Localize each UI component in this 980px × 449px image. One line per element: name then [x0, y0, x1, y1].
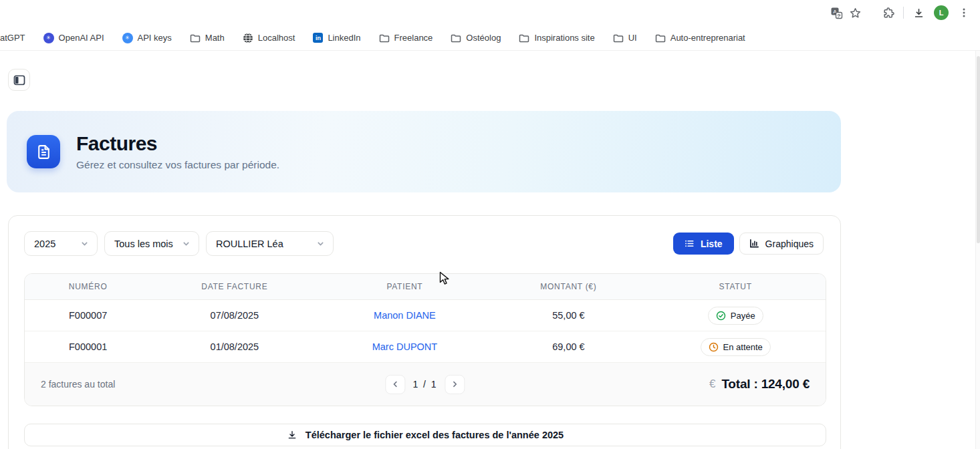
invoices-card: 2025 Tous les mois ROULLIER Léa Liste	[8, 215, 841, 449]
bookmark-folder-osteolog[interactable]: Ostéolog	[451, 33, 501, 43]
view-toggle: Liste Graphiques	[673, 233, 824, 255]
folder-icon	[451, 33, 461, 43]
bookmark-openai-api[interactable]: ✳ OpenAI API	[43, 33, 104, 43]
folder-icon	[190, 33, 201, 43]
invoice-count: 2 factures au total	[41, 379, 115, 390]
bookmark-folder-math[interactable]: Math	[190, 33, 225, 43]
table-header-row: NUMÉRO DATE FACTURE PATIENT MONTANT (€) …	[25, 274, 826, 300]
table-row: F000007 07/08/2025 Manon DIANE 55,00 € P…	[25, 300, 826, 331]
page-indicator: 1 / 1	[412, 379, 437, 390]
extensions-icon[interactable]	[879, 3, 898, 22]
invoice-date: 07/08/2025	[151, 310, 318, 321]
filters-row: 2025 Tous les mois ROULLIER Léa Liste	[24, 231, 824, 256]
column-header-patient: PATIENT	[318, 282, 491, 291]
euro-icon: €	[709, 378, 715, 391]
download-icon	[287, 430, 297, 440]
invoices-table: NUMÉRO DATE FACTURE PATIENT MONTANT (€) …	[24, 273, 826, 406]
globe-icon	[243, 33, 253, 43]
clock-icon	[709, 342, 719, 352]
downloads-icon[interactable]	[909, 3, 928, 22]
patient-link[interactable]: Marc DUPONT	[372, 341, 437, 352]
chevron-down-icon	[316, 239, 325, 248]
invoice-date: 01/08/2025	[151, 341, 318, 352]
bookmark-folder-ui[interactable]: UI	[613, 33, 637, 43]
linkedin-icon: in	[313, 33, 323, 43]
folder-icon	[519, 33, 529, 43]
table-row: F000001 01/08/2025 Marc DUPONT 69,00 € E…	[25, 331, 826, 363]
browser-menu-icon[interactable]	[955, 3, 973, 22]
invoice-amount: 69,00 €	[491, 341, 645, 352]
year-select[interactable]: 2025	[24, 231, 98, 256]
bookmark-star-icon[interactable]	[846, 3, 864, 22]
bookmarks-bar: atGPT ✳ OpenAI API ✳ API keys Math Local…	[0, 25, 980, 51]
list-view-button[interactable]: Liste	[673, 233, 734, 255]
bookmark-chatgpt[interactable]: atGPT	[0, 33, 25, 43]
bar-chart-icon	[749, 239, 759, 249]
bookmark-folder-freelance[interactable]: Freelance	[379, 33, 433, 43]
column-header-statut: STATUT	[645, 282, 826, 291]
profile-avatar[interactable]: L	[932, 3, 951, 22]
sidebar-toggle-button[interactable]	[8, 69, 30, 91]
browser-toolbar: A L	[0, 0, 980, 25]
folder-icon	[655, 33, 666, 43]
chevron-down-icon	[80, 239, 89, 248]
table-footer: 2 factures au total 1 / 1 € Total : 124,…	[25, 363, 826, 406]
previous-page-button[interactable]	[385, 375, 405, 394]
column-header-montant: MONTANT (€)	[491, 282, 645, 291]
patient-link[interactable]: Manon DIANE	[374, 310, 436, 321]
browser-window: A L atGPT ✳ OpenAI API	[0, 0, 980, 449]
list-icon	[685, 239, 695, 249]
check-circle-icon	[716, 311, 726, 321]
month-select[interactable]: Tous les mois	[104, 231, 199, 256]
translate-icon[interactable]: A	[827, 3, 846, 22]
status-badge-pending: En attente	[701, 338, 771, 356]
app-page: Factures Gérez et consultez vos factures…	[0, 51, 980, 449]
page-scrollbar[interactable]	[975, 51, 980, 449]
page-title: Factures	[76, 132, 279, 155]
invoice-amount: 55,00 €	[491, 310, 645, 321]
page-header-banner: Factures Gérez et consultez vos factures…	[7, 111, 841, 192]
total-label: Total : 124,00 €	[721, 377, 810, 392]
next-page-button[interactable]	[445, 375, 465, 394]
chevron-left-icon	[391, 380, 399, 388]
pagination: 1 / 1	[385, 375, 465, 394]
bookmark-linkedin[interactable]: in LinkedIn	[313, 33, 360, 43]
bookmark-folder-auto-entreprenariat[interactable]: Auto-entreprenariat	[655, 33, 745, 43]
bookmark-api-keys[interactable]: ✳ API keys	[122, 33, 172, 43]
avatar: L	[934, 5, 949, 20]
download-excel-button[interactable]: Télécharger le fichier excel des facture…	[24, 424, 826, 446]
charts-view-button[interactable]: Graphiques	[739, 233, 824, 255]
invoice-number: F000001	[25, 341, 151, 352]
practitioner-select[interactable]: ROULLIER Léa	[206, 231, 334, 256]
panel-left-icon	[13, 74, 25, 86]
openai-icon: ✳	[43, 33, 54, 43]
bookmark-localhost[interactable]: Localhost	[243, 33, 295, 43]
scrollbar-thumb[interactable]	[977, 56, 980, 243]
bookmark-folder-inspirations[interactable]: Inspirations site	[519, 33, 594, 43]
folder-icon	[379, 33, 390, 43]
toolbar-divider	[903, 7, 904, 19]
openai-icon: ✳	[122, 33, 133, 43]
column-header-numero: NUMÉRO	[25, 282, 151, 291]
chevron-down-icon	[182, 239, 191, 248]
total-amount: € Total : 124,00 €	[709, 377, 810, 392]
folder-icon	[613, 33, 624, 43]
chevron-right-icon	[451, 380, 459, 388]
invoice-document-icon	[27, 135, 60, 168]
invoice-number: F000007	[25, 310, 151, 321]
column-header-date: DATE FACTURE	[151, 282, 318, 291]
page-subtitle: Gérez et consultez vos factures par péri…	[76, 159, 279, 171]
status-badge-paid: Payée	[708, 307, 763, 325]
